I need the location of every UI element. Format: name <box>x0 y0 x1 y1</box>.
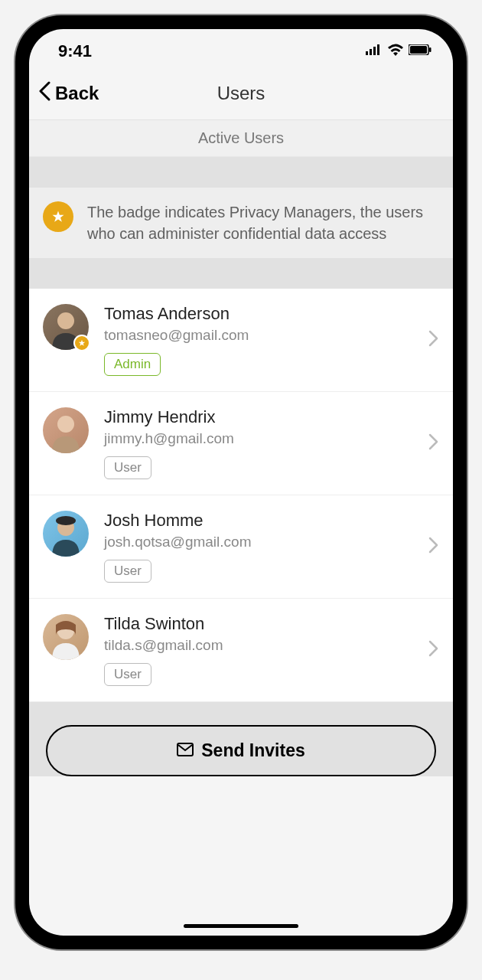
avatar-wrap <box>43 304 89 350</box>
user-email: tilda.s@gmail.com <box>104 637 413 654</box>
battery-icon <box>409 44 432 58</box>
role-badge: Admin <box>104 353 161 376</box>
phone-frame: 9:41 Back Users Activ <box>15 15 467 949</box>
svg-rect-2 <box>373 47 376 55</box>
avatar-wrap <box>43 614 89 660</box>
spacer <box>29 258 453 289</box>
wifi-icon <box>387 44 404 59</box>
user-info: Tomas Anderson tomasneo@gmail.com Admin <box>104 304 413 376</box>
user-row[interactable]: Josh Homme josh.qotsa@gmail.com User <box>29 495 453 599</box>
privacy-manager-badge-icon <box>73 335 90 351</box>
user-info: Jimmy Hendrix jimmy.h@gmail.com User <box>104 407 413 479</box>
info-banner: The badge indicates Privacy Managers, th… <box>29 188 453 258</box>
svg-point-8 <box>57 416 74 433</box>
status-time: 9:41 <box>58 41 92 61</box>
home-indicator[interactable] <box>184 924 298 928</box>
footer-area: Send Invites <box>29 702 453 776</box>
user-email: tomasneo@gmail.com <box>104 327 413 344</box>
user-info: Josh Homme josh.qotsa@gmail.com User <box>104 511 413 583</box>
role-badge: User <box>104 560 151 583</box>
spacer <box>29 157 453 188</box>
page-title: Users <box>217 83 265 104</box>
avatar-wrap <box>43 407 89 453</box>
svg-rect-1 <box>370 49 372 55</box>
send-invites-button[interactable]: Send Invites <box>46 725 436 776</box>
phone-screen: 9:41 Back Users Activ <box>29 29 453 936</box>
back-button[interactable]: Back <box>38 81 99 106</box>
avatar <box>43 511 89 557</box>
user-list: Tomas Anderson tomasneo@gmail.com Admin … <box>29 289 453 702</box>
svg-rect-5 <box>410 46 427 54</box>
user-row[interactable]: Tilda Swinton tilda.s@gmail.com User <box>29 599 453 702</box>
svg-point-10 <box>56 516 76 525</box>
info-text: The badge indicates Privacy Managers, th… <box>87 201 439 244</box>
user-name: Josh Homme <box>104 511 413 531</box>
chevron-right-icon <box>428 330 439 350</box>
svg-rect-0 <box>366 51 368 55</box>
svg-rect-6 <box>429 47 432 52</box>
svg-point-7 <box>57 312 74 329</box>
user-name: Tomas Anderson <box>104 304 413 324</box>
role-badge: User <box>104 456 151 479</box>
chevron-right-icon <box>428 433 439 453</box>
user-row[interactable]: Tomas Anderson tomasneo@gmail.com Admin <box>29 289 453 392</box>
status-icons <box>366 44 432 59</box>
user-row[interactable]: Jimmy Hendrix jimmy.h@gmail.com User <box>29 392 453 495</box>
avatar <box>43 614 89 660</box>
mail-icon <box>177 740 194 761</box>
svg-rect-3 <box>377 44 379 55</box>
section-header: Active Users <box>29 119 453 157</box>
user-name: Jimmy Hendrix <box>104 407 413 427</box>
star-badge-icon <box>43 201 73 232</box>
chevron-left-icon <box>38 81 52 106</box>
nav-bar: Back Users <box>29 67 453 119</box>
send-invites-label: Send Invites <box>201 740 305 761</box>
back-label: Back <box>55 83 99 104</box>
chevron-right-icon <box>428 640 439 660</box>
signal-icon <box>366 44 383 58</box>
status-bar: 9:41 <box>29 29 453 67</box>
user-name: Tilda Swinton <box>104 614 413 634</box>
avatar-wrap <box>43 511 89 557</box>
role-badge: User <box>104 663 151 686</box>
user-email: josh.qotsa@gmail.com <box>104 534 413 550</box>
chevron-right-icon <box>428 537 439 557</box>
avatar <box>43 407 89 453</box>
user-email: jimmy.h@gmail.com <box>104 430 413 447</box>
user-info: Tilda Swinton tilda.s@gmail.com User <box>104 614 413 686</box>
